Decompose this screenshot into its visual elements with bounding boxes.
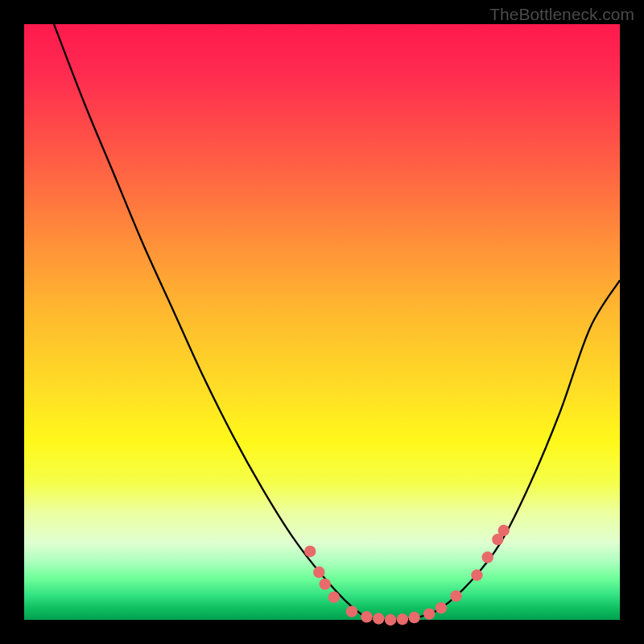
chart-container: TheBottleneck.com [0, 0, 644, 644]
data-marker [482, 551, 493, 563]
data-marker [397, 613, 408, 625]
data-marker [498, 525, 510, 536]
data-marker [385, 614, 396, 625]
watermark-text: TheBottleneck.com [489, 5, 634, 24]
data-marker [346, 605, 357, 617]
bottleneck-curve [54, 24, 620, 620]
data-marker [304, 546, 316, 557]
data-marker [436, 602, 447, 613]
marker-points [304, 525, 510, 625]
data-marker [328, 592, 340, 603]
curve-svg [24, 24, 620, 620]
data-marker [409, 612, 420, 623]
data-marker [320, 578, 331, 589]
plot-area [24, 24, 620, 620]
data-marker [373, 613, 384, 624]
data-marker [423, 608, 435, 619]
data-marker [313, 567, 324, 578]
data-marker [361, 611, 372, 622]
data-marker [450, 590, 461, 601]
data-marker [471, 569, 482, 580]
